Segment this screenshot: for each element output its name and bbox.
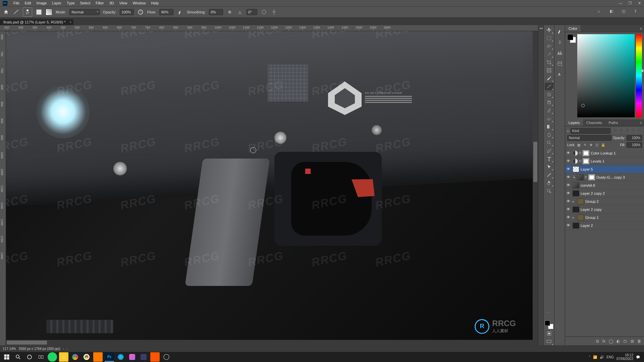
share-icon[interactable]: ⇪: [634, 9, 640, 15]
status-nav-left[interactable]: ‹: [63, 347, 64, 351]
quick-mask-icon[interactable]: [545, 330, 553, 337]
layer-row[interactable]: 👁⎘Levels 1: [565, 157, 644, 165]
zoom-tool-icon[interactable]: [545, 187, 553, 195]
history-brush-tool-icon[interactable]: [545, 107, 553, 114]
frame-tool-icon[interactable]: [545, 67, 553, 74]
airbrush-icon[interactable]: [177, 9, 183, 15]
color-field[interactable]: [577, 34, 635, 117]
scrollbar-vertical[interactable]: [533, 31, 538, 340]
taskbar-app-edge[interactable]: [116, 352, 125, 362]
lock-all-icon[interactable]: 🔒: [601, 143, 605, 147]
menu-image[interactable]: Image: [34, 0, 50, 6]
layer-thumb[interactable]: [573, 206, 579, 213]
healing-brush-tool-icon[interactable]: [545, 91, 553, 98]
tray-volume-icon[interactable]: 🔊: [600, 355, 604, 359]
lock-pixels-icon[interactable]: ✎: [583, 143, 587, 147]
layer-visibility-icon[interactable]: 👁: [567, 199, 571, 204]
smoothing-value[interactable]: 0%: [209, 9, 223, 15]
brush-settings-panel-icon[interactable]: [555, 26, 564, 37]
pen-tool-icon[interactable]: [545, 147, 553, 155]
layer-blend-mode[interactable]: Normal: [567, 135, 611, 141]
menu-edit[interactable]: Edit: [22, 0, 34, 6]
layer-mask-thumb[interactable]: [588, 174, 595, 180]
new-adjustment-icon[interactable]: ◐: [616, 339, 620, 344]
layer-visibility-icon[interactable]: 👁: [567, 151, 571, 156]
pressure-opacity-icon[interactable]: [137, 9, 144, 15]
marquee-tool-icon[interactable]: [545, 35, 553, 42]
menu-view[interactable]: View: [117, 0, 130, 6]
eraser-tool-icon[interactable]: [545, 115, 553, 122]
smoothing-options-icon[interactable]: ⚙: [226, 9, 233, 15]
layer-row[interactable]: 👁⎘Color Lookup 1: [565, 149, 644, 157]
search-icon[interactable]: ⌕: [598, 9, 604, 15]
group-disclose-icon[interactable]: ▸: [573, 200, 576, 203]
color-panel-menu-icon[interactable]: ≡: [638, 25, 644, 32]
layer-name[interactable]: Layer 5: [581, 167, 643, 171]
layer-fx-icon[interactable]: fx: [602, 339, 605, 344]
tray-network-icon[interactable]: 📶: [593, 355, 597, 359]
layer-mask-thumb[interactable]: [583, 158, 589, 164]
clone-stamp-tool-icon[interactable]: [545, 99, 553, 106]
layer-visibility-icon[interactable]: 👁: [567, 191, 571, 196]
character-panel-icon[interactable]: A: [555, 69, 564, 79]
gradient-tool-icon[interactable]: [545, 123, 553, 130]
cortana-icon[interactable]: [25, 352, 34, 362]
layer-name[interactable]: Color Lookup 1: [591, 151, 643, 155]
taskbar-app-generic3[interactable]: [139, 352, 148, 362]
foreground-color-swatch[interactable]: [545, 320, 550, 326]
blur-tool-icon[interactable]: [545, 131, 553, 138]
window-close-icon[interactable]: ✕: [635, 0, 644, 6]
layer-thumb[interactable]: [577, 174, 584, 180]
menu-file[interactable]: File: [11, 0, 22, 6]
move-tool-icon[interactable]: [545, 26, 553, 34]
layer-thumb[interactable]: [573, 223, 579, 229]
channels-tab[interactable]: Channels: [583, 119, 605, 126]
paths-tab[interactable]: Paths: [605, 119, 622, 126]
taskbar-app-spotify[interactable]: [48, 352, 57, 362]
layer-visibility-icon[interactable]: 👁: [567, 175, 571, 180]
window-minimize-icon[interactable]: ―: [616, 0, 625, 6]
layer-visibility-icon[interactable]: 👁: [567, 223, 571, 228]
cloud-docs-icon[interactable]: ◧: [610, 9, 616, 15]
taskbar-app-photoshop[interactable]: Ps: [105, 352, 114, 362]
color-swatch-icon[interactable]: [46, 9, 52, 15]
layer-row[interactable]: 👁Layer 2: [565, 222, 644, 230]
close-tab-icon[interactable]: ×: [69, 20, 71, 24]
panel-collapse-button[interactable]: ◂◂: [538, 25, 543, 345]
layers-tab[interactable]: Layers: [565, 119, 583, 126]
ruler-horizontal[interactable]: 2503003504004505005506006507007508008509…: [0, 25, 538, 31]
layer-filter-kind[interactable]: Kind: [571, 128, 610, 134]
screen-mode-icon[interactable]: [545, 338, 553, 345]
quick-select-tool-icon[interactable]: [545, 51, 553, 58]
layer-name[interactable]: Layer 2: [581, 224, 643, 228]
menu-layer[interactable]: Layer: [49, 0, 64, 6]
taskbar-search-icon[interactable]: [13, 352, 23, 362]
lock-position-icon[interactable]: ✥: [589, 143, 593, 147]
start-button[interactable]: [2, 352, 11, 362]
hue-slider[interactable]: [636, 34, 642, 117]
brush-tool-icon[interactable]: [13, 9, 19, 15]
document-tab[interactable]: finals.psd @ 117% (Layer 5, RGB/8) * ×: [0, 19, 73, 25]
zoom-level[interactable]: 117.14%: [3, 347, 16, 351]
layer-thumb[interactable]: [573, 190, 579, 196]
flow-value[interactable]: 90%: [159, 9, 173, 15]
link-layers-icon[interactable]: ⧉: [596, 339, 599, 344]
panel-color-swatches[interactable]: [567, 34, 576, 43]
lock-transparency-icon[interactable]: ▦: [577, 143, 581, 147]
fill-value[interactable]: 100%: [627, 142, 642, 148]
opacity-value[interactable]: 100%: [120, 9, 134, 15]
taskbar-app-explorer[interactable]: 🗀: [59, 352, 68, 362]
group-disclose-icon[interactable]: ▸: [573, 216, 576, 219]
layer-name[interactable]: Dusty-G... copy 3: [596, 175, 643, 179]
menu-type[interactable]: Type: [64, 0, 77, 6]
pressure-size-icon[interactable]: [261, 9, 267, 15]
layer-row[interactable]: 👁Layer 2 copy: [565, 205, 644, 214]
canvas[interactable]: DO NOT OPEN OR COVER RRCGRRCGRRCGRRCGRRC…: [6, 31, 533, 340]
layer-row[interactable]: 👁convkit.6: [565, 181, 644, 189]
ruler-vertical[interactable]: 6507007508008509009501000105011001150120…: [0, 31, 6, 345]
taskbar-app-obs[interactable]: [162, 352, 171, 362]
symmetry-icon[interactable]: [271, 9, 277, 15]
tray-clock[interactable]: 18:12 07/06/2022: [616, 353, 633, 361]
layer-name[interactable]: Group 1: [585, 216, 643, 220]
task-view-icon[interactable]: [36, 352, 46, 362]
